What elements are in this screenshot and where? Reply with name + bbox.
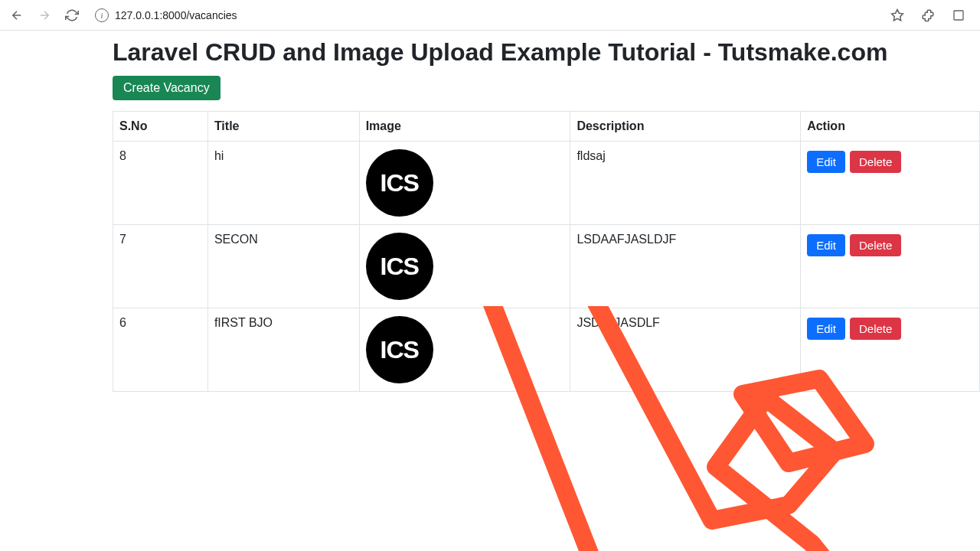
edit-button[interactable]: Edit xyxy=(807,151,845,173)
cell-sno: 8 xyxy=(113,142,208,225)
cell-title: fIRST BJO xyxy=(207,308,359,392)
create-vacancy-button[interactable]: Create Vacancy xyxy=(113,76,220,100)
cell-image: ICS xyxy=(359,225,570,308)
address-bar[interactable]: i 127.0.0.1:8000/vacancies xyxy=(89,4,880,27)
svg-marker-0 xyxy=(892,9,903,20)
cell-sno: 7 xyxy=(113,225,208,308)
bookmark-icon[interactable] xyxy=(887,5,908,26)
edit-button[interactable]: Edit xyxy=(807,318,845,340)
delete-button[interactable]: Delete xyxy=(850,151,901,173)
cell-title: SECON xyxy=(207,225,359,308)
cell-title: hi xyxy=(207,142,359,225)
vacancies-table: S.No Title Image Description Action 8 hi… xyxy=(113,111,980,392)
cell-description: JSDFLJASDLF xyxy=(570,308,801,392)
cell-image: ICS xyxy=(359,142,570,225)
reload-button[interactable] xyxy=(61,5,83,26)
ics-logo-icon: ICS xyxy=(366,233,433,300)
site-info-icon[interactable]: i xyxy=(95,8,109,22)
page-content: Laravel CRUD and Image Upload Example Tu… xyxy=(0,31,980,392)
ics-logo-icon: ICS xyxy=(366,316,433,383)
page-title: Laravel CRUD and Image Upload Example Tu… xyxy=(113,38,980,67)
cell-action: Edit Delete xyxy=(801,142,980,225)
browser-toolbar: i 127.0.0.1:8000/vacancies xyxy=(0,0,980,31)
header-title: Title xyxy=(207,112,359,142)
ics-logo-icon: ICS xyxy=(366,149,433,217)
table-header-row: S.No Title Image Description Action xyxy=(113,112,980,142)
cell-description: fldsaj xyxy=(570,142,801,225)
table-row: 8 hi ICS fldsaj Edit Delete xyxy=(113,142,980,225)
back-button[interactable] xyxy=(6,5,28,26)
cell-image: ICS xyxy=(359,308,570,392)
header-image: Image xyxy=(359,112,570,142)
forward-button[interactable] xyxy=(34,5,55,26)
svg-rect-1 xyxy=(954,11,963,20)
window-icon[interactable] xyxy=(948,5,969,26)
table-row: 6 fIRST BJO ICS JSDFLJASDLF Edit Delete xyxy=(113,308,980,392)
header-sno: S.No xyxy=(113,112,208,142)
edit-button[interactable]: Edit xyxy=(807,234,845,256)
cell-sno: 6 xyxy=(113,308,208,392)
table-row: 7 SECON ICS LSDAAFJASLDJF Edit Delete xyxy=(113,225,980,308)
cell-action: Edit Delete xyxy=(801,308,980,392)
delete-button[interactable]: Delete xyxy=(850,318,901,340)
cell-action: Edit Delete xyxy=(801,225,980,308)
header-action: Action xyxy=(801,112,980,142)
header-description: Description xyxy=(570,112,801,142)
cell-description: LSDAAFJASLDJF xyxy=(570,225,801,308)
url-text: 127.0.0.1:8000/vacancies xyxy=(115,9,237,21)
extensions-icon[interactable] xyxy=(917,5,939,26)
delete-button[interactable]: Delete xyxy=(850,234,901,256)
